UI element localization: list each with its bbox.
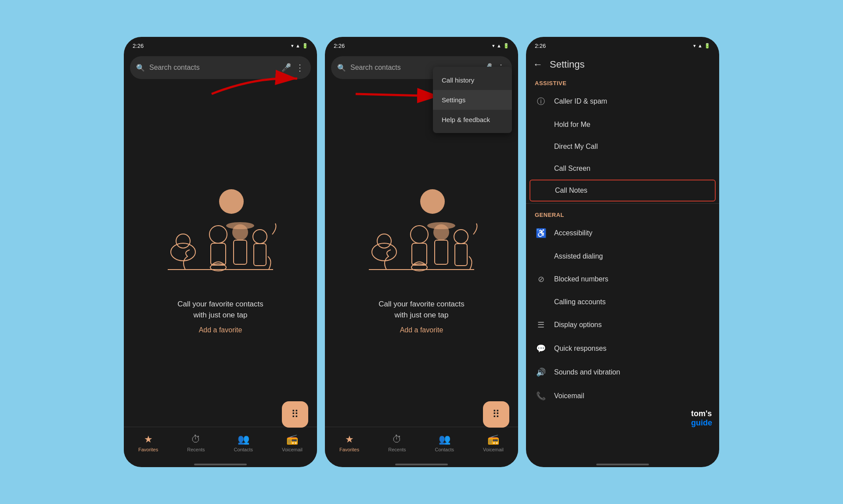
favorites-icon-2: ★ — [345, 434, 354, 445]
blocked-numbers-icon: ⊘ — [535, 274, 547, 284]
quick-responses-icon: 💬 — [535, 344, 547, 353]
toms-blue-text: guide — [691, 418, 712, 427]
settings-calling-accounts[interactable]: Calling accounts — [526, 291, 719, 313]
nav-favorites-1[interactable]: ★ Favorites — [138, 434, 158, 452]
status-time-1: 2:26 — [133, 43, 144, 49]
dropdown-menu: Call history Settings Help & feedback — [433, 67, 512, 133]
sounds-vibration-text: Sounds and vibration — [554, 368, 710, 376]
mic-icon-1[interactable]: 🎤 — [281, 63, 291, 72]
nav-recents-1[interactable]: ⏱ Recents — [187, 434, 205, 452]
add-favorite-btn-2[interactable]: Add a favorite — [400, 326, 443, 334]
caller-id-text: Caller ID & spam — [554, 97, 710, 105]
status-icons-1: ▾ ▲ 🔋 — [291, 43, 308, 49]
settings-voicemail[interactable]: 📞 Voicemail — [526, 384, 719, 408]
svg-point-4 — [176, 234, 190, 248]
nav-contacts-1[interactable]: 👥 Contacts — [234, 434, 253, 452]
favorites-icon-1: ★ — [144, 434, 153, 445]
add-favorite-btn-1[interactable]: Add a favorite — [199, 326, 242, 334]
dropdown-call-history[interactable]: Call history — [433, 70, 512, 90]
dialpad-icon-2: ⠿ — [492, 408, 500, 421]
voicemail-icon-1: 📻 — [286, 434, 298, 445]
toms-white-text: tom's — [691, 409, 712, 418]
phone-screen-2: 2:26 ▾ ▲ 🔋 🔍 Search contacts 🎤 ⋮ Call hi… — [325, 37, 518, 467]
svg-point-8 — [226, 222, 254, 229]
svg-point-14 — [420, 189, 445, 214]
settings-call-screen[interactable]: Call Screen — [526, 158, 719, 180]
home-indicator-3 — [596, 464, 649, 465]
status-time-2: 2:26 — [334, 43, 345, 49]
settings-blocked-numbers[interactable]: ⊘ Blocked numbers — [526, 267, 719, 291]
fab-2[interactable]: ⠿ — [483, 401, 509, 428]
status-icons-2: ▾ ▲ 🔋 — [492, 43, 509, 49]
calling-accounts-text: Calling accounts — [554, 298, 710, 306]
settings-caller-id[interactable]: ⓘ Caller ID & spam — [526, 89, 719, 114]
recents-label-1: Recents — [187, 447, 205, 452]
svg-rect-22 — [435, 240, 448, 264]
svg-point-17 — [377, 234, 391, 248]
nav-recents-2[interactable]: ⏱ Recents — [388, 434, 406, 452]
more-icon-1[interactable]: ⋮ — [295, 62, 305, 73]
contacts-icon-1: 👥 — [238, 434, 249, 445]
status-bar-2: 2:26 ▾ ▲ 🔋 — [325, 37, 518, 53]
settings-sounds-vibration[interactable]: 🔊 Sounds and vibration — [526, 360, 719, 384]
phone-screen-3: 2:26 ▾ ▲ 🔋 ← Settings ASSISTIVE ⓘ Caller… — [526, 37, 719, 467]
settings-assisted-dialing[interactable]: Assisted dialing — [526, 245, 719, 267]
illustration-svg-2 — [360, 177, 483, 292]
illustration-area-1: Call your favorite contacts with just on… — [124, 84, 317, 427]
dialpad-icon-1: ⠿ — [291, 408, 299, 421]
accessibility-text: Accessibility — [554, 229, 710, 237]
battery-icon-2: 🔋 — [503, 43, 509, 49]
assisted-dialing-text: Assisted dialing — [554, 252, 710, 260]
blocked-numbers-text: Blocked numbers — [554, 275, 710, 283]
svg-point-23 — [454, 230, 468, 244]
voicemail-label-2: Voicemail — [483, 447, 504, 452]
dropdown-settings[interactable]: Settings — [433, 90, 512, 110]
settings-accessibility[interactable]: ♿ Accessibility — [526, 221, 719, 245]
display-options-icon: ☰ — [535, 320, 547, 330]
quick-responses-text: Quick responses — [554, 345, 710, 353]
settings-call-notes[interactable]: Call Notes — [530, 180, 716, 202]
status-time-3: 2:26 — [535, 43, 546, 49]
svg-point-10 — [253, 230, 267, 244]
favorites-label-2: Favorites — [339, 447, 359, 452]
nav-contacts-2[interactable]: 👥 Contacts — [435, 434, 454, 452]
section-assistive: ASSISTIVE — [526, 74, 719, 89]
call-notes-text: Call Notes — [555, 187, 710, 194]
svg-rect-24 — [455, 244, 467, 266]
battery-icon-3: 🔋 — [704, 43, 710, 49]
recents-label-2: Recents — [388, 447, 406, 452]
contacts-icon-2: 👥 — [439, 434, 450, 445]
illustration-area-2: Call your favorite contacts with just on… — [325, 84, 518, 427]
nav-voicemail-2[interactable]: 📻 Voicemail — [483, 434, 504, 452]
wifi-icon-3: ▾ — [693, 43, 696, 49]
wifi-icon-1: ▾ — [291, 43, 294, 49]
screenshots-container: 2:26 ▾ ▲ 🔋 🔍 Search contacts 🎤 ⋮ — [115, 28, 728, 476]
svg-point-16 — [372, 243, 396, 261]
contacts-label-2: Contacts — [435, 447, 454, 452]
favorites-label-1: Favorites — [138, 447, 158, 452]
wifi-icon-2: ▾ — [492, 43, 495, 49]
settings-display-options[interactable]: ☰ Display options — [526, 313, 719, 337]
section-general: GENERAL — [526, 205, 719, 221]
bottom-nav-2: ★ Favorites ⏱ Recents 👥 Contacts 📻 Voice… — [325, 427, 518, 462]
voicemail-label-1: Voicemail — [282, 447, 303, 452]
status-bar-1: 2:26 ▾ ▲ 🔋 — [124, 37, 317, 53]
settings-header: ← Settings — [526, 53, 719, 74]
divider-1 — [526, 203, 719, 204]
nav-favorites-2[interactable]: ★ Favorites — [339, 434, 359, 452]
bottom-nav-1: ★ Favorites ⏱ Recents 👥 Contacts 📻 Voice… — [124, 427, 317, 462]
call-screen-text: Call Screen — [554, 165, 710, 173]
illustration-svg-1 — [159, 177, 282, 292]
settings-hold-for-me[interactable]: Hold for Me — [526, 114, 719, 136]
settings-list: ASSISTIVE ⓘ Caller ID & spam Hold for Me… — [526, 74, 719, 462]
dropdown-help-feedback[interactable]: Help & feedback — [433, 110, 512, 130]
signal-icon-1: ▲ — [295, 43, 300, 48]
back-icon[interactable]: ← — [533, 59, 543, 70]
nav-voicemail-1[interactable]: 📻 Voicemail — [282, 434, 303, 452]
contacts-label-1: Contacts — [234, 447, 253, 452]
settings-direct-my-call[interactable]: Direct My Call — [526, 136, 719, 158]
home-indicator-2 — [395, 464, 448, 465]
settings-quick-responses[interactable]: 💬 Quick responses — [526, 337, 719, 360]
search-bar-1[interactable]: 🔍 Search contacts 🎤 ⋮ — [130, 56, 311, 79]
fab-1[interactable]: ⠿ — [282, 401, 308, 428]
